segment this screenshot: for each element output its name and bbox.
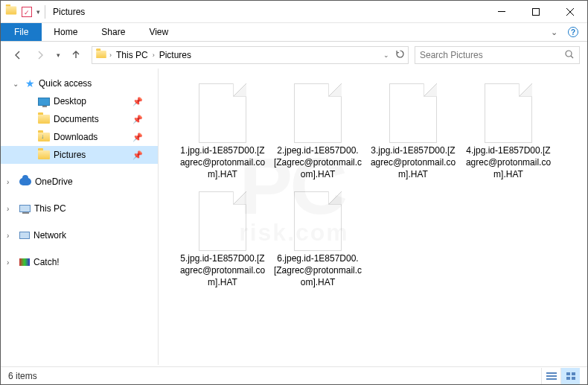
file-name-label: 1.jpg.id-1E857D00.[Zagrec@protonmail.com… [176,143,269,182]
sidebar-thispc[interactable]: › This PC [1,200,158,217]
pc-icon [19,205,31,212]
title-bar: ✓ ▾ Pictures [1,1,587,23]
cloud-icon [19,178,31,185]
sidebar-catch[interactable]: › Catch! [1,253,158,271]
file-list-pane[interactable]: 1.jpg.id-1E857D00.[Zagrec@protonmail.com… [159,69,587,365]
address-bar[interactable]: › This PC › Pictures ⌄ [92,46,409,64]
svg-point-2 [566,51,572,57]
svg-rect-1 [533,8,540,15]
file-item[interactable]: 2.jpeg.id-1E857D00.[Zagrec@protonmail.co… [272,83,364,182]
file-name-label: 2.jpeg.id-1E857D00.[Zagrec@protonmail.co… [272,143,364,182]
sidebar-item-pictures[interactable]: Pictures 📌 [1,146,158,164]
file-name-label: 4.jpg.id-1E857D00.[Zagrec@protonmail.com… [462,143,555,182]
pin-icon: 📌 [132,97,143,106]
file-item[interactable]: 6.jpeg.id-1E857D00.[Zagrec@protonmail.co… [272,191,364,290]
breadcrumb-thispc[interactable]: This PC [114,50,150,60]
catch-icon [19,258,30,266]
sidebar-item-documents[interactable]: Documents 📌 [1,110,158,128]
window-title: Pictures [53,7,85,17]
file-item[interactable]: 4.jpg.id-1E857D00.[Zagrec@protonmail.com… [462,83,555,182]
close-button[interactable] [553,1,587,23]
svg-rect-3 [546,372,557,374]
desktop-icon [38,98,50,106]
expand-icon[interactable]: ⌄ [13,80,22,88]
chevron-right-icon[interactable]: › [107,51,114,59]
help-icon[interactable]: ? [568,27,578,37]
navigation-pane: ⌄ ★ Quick access Desktop 📌 Documents 📌 D… [1,69,159,365]
sidebar-label: Desktop [54,96,86,106]
address-dropdown-icon[interactable]: ⌄ [383,51,389,59]
svg-rect-6 [566,372,570,375]
recent-dropdown[interactable]: ▾ [53,45,63,65]
qat-properties-icon[interactable]: ✓ [22,7,32,17]
expand-icon[interactable]: › [7,205,16,213]
sidebar-network[interactable]: › Network [1,226,158,244]
sidebar-quick-access[interactable]: ⌄ ★ Quick access [1,74,158,92]
forward-button[interactable] [31,45,50,65]
file-icon [485,83,532,143]
file-icon [199,83,246,143]
file-item[interactable]: 3.jpg.id-1E857D00.[Zagrec@protonmail.com… [367,83,459,182]
sidebar-label: Downloads [54,132,98,142]
svg-rect-4 [546,375,557,377]
file-icon [294,191,342,251]
ribbon-tab-view[interactable]: View [137,23,180,41]
navigation-row: ▾ › This PC › Pictures ⌄ [1,42,587,69]
separator [45,5,45,19]
svg-rect-5 [546,378,557,380]
expand-icon[interactable]: › [7,178,16,186]
sidebar-item-desktop[interactable]: Desktop 📌 [1,92,158,110]
star-icon: ★ [25,77,35,89]
breadcrumb-pictures[interactable]: Pictures [157,50,194,60]
pictures-icon [38,150,50,159]
back-button[interactable] [8,45,28,65]
expand-icon[interactable]: › [7,258,16,267]
file-item[interactable]: 1.jpg.id-1E857D00.[Zagrec@protonmail.com… [176,83,269,182]
expand-icon[interactable]: › [7,232,16,240]
folder-icon [38,115,50,124]
file-icon [199,191,246,251]
search-input[interactable] [420,50,564,60]
sidebar-label: Documents [54,114,99,124]
sidebar-label: Catch! [33,257,60,267]
file-item[interactable]: 5.jpg.id-1E857D00.[Zagrec@protonmail.com… [176,191,269,290]
explorer-icon [5,6,17,17]
search-box[interactable] [415,46,580,64]
up-button[interactable] [66,45,86,65]
sidebar-item-downloads[interactable]: Downloads 📌 [1,128,158,146]
qat-dropdown-icon[interactable]: ▾ [36,8,40,16]
file-name-label: 3.jpg.id-1E857D00.[Zagrec@protonmail.com… [367,143,459,182]
icons-view-button[interactable] [560,368,580,384]
sidebar-onedrive[interactable]: › OneDrive [1,173,158,191]
pin-icon: 📌 [132,115,143,124]
pin-icon: 📌 [132,133,143,142]
status-item-count: 6 items [8,371,37,381]
ribbon-tab-home[interactable]: Home [42,23,89,41]
svg-rect-7 [572,372,575,375]
ribbon-file-tab[interactable]: File [1,23,42,41]
sidebar-label: Network [33,230,66,241]
file-icon [389,83,437,143]
network-icon [19,232,30,239]
file-name-label: 5.jpg.id-1E857D00.[Zagrec@protonmail.com… [176,251,269,290]
sidebar-label: Quick access [39,78,92,89]
pin-icon: 📌 [132,150,143,160]
details-view-button[interactable] [541,368,560,384]
svg-rect-8 [566,377,570,380]
ribbon-expand-icon[interactable]: ⌄ [551,28,557,37]
minimize-button[interactable] [485,1,519,23]
status-bar: 6 items [1,366,587,384]
ribbon-tab-share[interactable]: Share [89,23,137,41]
chevron-right-icon[interactable]: › [150,51,157,59]
sidebar-label: OneDrive [35,176,73,187]
maximize-button[interactable] [519,1,553,23]
search-icon[interactable] [564,49,575,62]
sidebar-label: Pictures [54,150,86,160]
location-icon [95,50,107,61]
ribbon: File Home Share View ⌄ ? [1,23,587,42]
svg-rect-9 [572,377,575,380]
downloads-icon [38,133,50,141]
refresh-icon[interactable] [395,49,405,61]
file-name-label: 6.jpeg.id-1E857D00.[Zagrec@protonmail.co… [272,251,364,290]
file-icon [294,83,342,143]
